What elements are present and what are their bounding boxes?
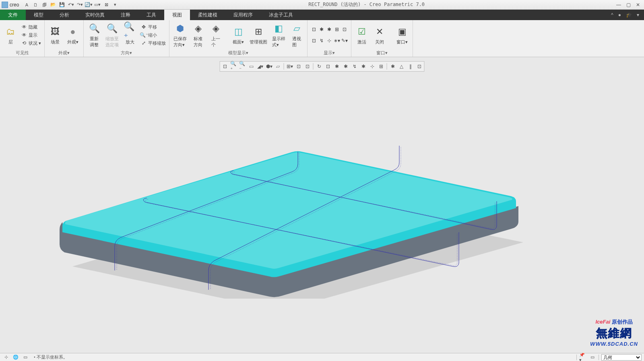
gt-d11-icon[interactable]: ⊡ [415, 62, 423, 70]
tab-model[interactable]: 模型 [26, 10, 52, 20]
activate-icon: ☑ [355, 25, 368, 38]
gt-d5-icon[interactable]: ✱ [359, 62, 367, 70]
qat-close-icon[interactable]: ⊠ [103, 1, 110, 8]
gt-annot-icon[interactable]: ⊡ [303, 62, 312, 70]
refit-button[interactable]: 🔍 重新 调整 [86, 21, 102, 49]
sb-browser-icon[interactable]: 🌐 [12, 354, 19, 361]
tab-annotate[interactable]: 注释 [113, 10, 138, 20]
zoom-in-button[interactable]: 🔍⁺ 放大 [122, 25, 138, 46]
activate-button[interactable]: ☑ 激活 [354, 25, 370, 46]
window-button[interactable]: ▣ 窗口▾ [394, 25, 410, 46]
qat-select-icon[interactable]: A [23, 1, 30, 8]
tab-live-sim[interactable]: 实时仿真 [77, 10, 113, 20]
gt-spin-icon[interactable]: ↻ [315, 62, 323, 70]
tab-applications[interactable]: 应用程序 [225, 10, 261, 20]
cube-saved-icon: ⬢ [174, 22, 187, 35]
appearance-button[interactable]: ● 外观▾ [65, 25, 81, 46]
show-btn-2[interactable]: ✱ [318, 26, 325, 33]
show-btn-9[interactable]: ∗▾ [334, 37, 340, 44]
refit-icon: 🔍 [88, 22, 101, 35]
qat-open-icon[interactable]: 📂 [50, 1, 57, 8]
gt-persp-icon[interactable]: ▱ [274, 62, 282, 70]
gt-d3-icon[interactable]: ✱ [342, 62, 350, 70]
gt-repaint-icon[interactable]: ▭ [248, 62, 256, 70]
previous-orient-button[interactable]: ◈ 上一 个 [208, 21, 224, 49]
manage-view-button[interactable]: ⊞ 管理视图 [248, 25, 269, 46]
pan-zoom-button[interactable]: ⤢平移缩放 [140, 39, 167, 47]
sb-tree-icon[interactable]: ⊹ [2, 354, 10, 361]
gt-zoom-out-icon[interactable]: 🔍⁻ [239, 62, 247, 70]
watermark: IceFai 原创作品 無維網 WWW.5DCAD.CN [590, 318, 638, 347]
qat-undo-icon[interactable]: ↶▾ [67, 1, 74, 8]
gt-datum-icon[interactable]: ⊡ [295, 62, 303, 70]
gt-d4-icon[interactable]: ↯ [351, 62, 359, 70]
minimize-button[interactable]: — [614, 1, 623, 8]
sb-filter-icon[interactable]: 📌▾ [579, 354, 586, 361]
tab-flexible[interactable]: 柔性建模 [190, 10, 225, 20]
show-btn-4[interactable]: ⊞ [334, 26, 340, 33]
qat-save-icon[interactable]: 💾 [58, 1, 66, 8]
sphere-icon: ● [66, 25, 79, 38]
show-btn-1[interactable]: ⊡ [311, 26, 317, 33]
gt-refit-icon[interactable]: ⊡ [221, 62, 229, 70]
show-btn-10[interactable]: ✎▾ [341, 37, 348, 44]
gt-d2-icon[interactable]: ✱ [333, 62, 341, 70]
zoom-to-button[interactable]: 🔍 缩放至 选定项 [104, 21, 120, 49]
gt-d10-icon[interactable]: ‖ [407, 62, 415, 70]
close-button[interactable]: ✕ [634, 1, 642, 8]
tab-analysis[interactable]: 分析 [52, 10, 77, 20]
ribbon-help1-icon[interactable]: ● [618, 12, 621, 18]
saved-orient-button[interactable]: ⬢ 已保存 方向▾ [172, 21, 188, 49]
gt-zoom-in-icon[interactable]: 🔍⁺ [230, 62, 238, 70]
qat-new-icon[interactable]: 🗋 [32, 1, 39, 8]
qat-redo-icon[interactable]: ↷▾ [76, 1, 83, 8]
gt-style-icon[interactable]: ◢▾ [256, 62, 264, 70]
qat-regen-icon[interactable]: 🔄▾ [85, 1, 92, 8]
ribbon-group-model-display: ⬢ 已保存 方向▾ ◈ 标准 方向 ◈ 上一 个 ◫ 截面▾ ⊞ 管理视图 ◧ [169, 20, 308, 57]
ribbon-group-show: ⊡✱✱⊞⊡ ⊡↯⊹∗▾✎▾ 显示▾ [308, 20, 351, 57]
gt-saved-icon[interactable]: ⬢▾ [265, 62, 273, 70]
show-btn-6[interactable]: ⊡ [311, 37, 317, 44]
sb-folder-icon[interactable]: ▭ [22, 354, 29, 361]
perspective-button[interactable]: ▱ 透视 图 [289, 21, 305, 49]
gt-d8-icon[interactable]: ✱ [389, 62, 397, 70]
sb-find-icon[interactable]: ▭ [589, 354, 596, 361]
show-btn-8[interactable]: ⊹ [326, 37, 332, 44]
pan-button[interactable]: ✥平移 [140, 23, 167, 31]
gt-d6-icon[interactable]: ⊹ [368, 62, 376, 70]
hide-button[interactable]: 👁隐藏 [20, 23, 42, 31]
tab-view[interactable]: 视图 [164, 10, 190, 20]
qat-windows-icon[interactable]: ▭▾ [94, 1, 101, 8]
tab-file[interactable]: 文件 [0, 10, 26, 20]
section-button[interactable]: ◫ 截面▾ [230, 25, 246, 46]
gt-d9-icon[interactable]: △ [398, 62, 406, 70]
qat-copy-icon[interactable]: 🗐 [41, 1, 48, 8]
maximize-button[interactable]: ▢ [624, 1, 633, 8]
status-message: • 不显示坐标系。 [34, 354, 68, 360]
display-style-button[interactable]: ◧ 显示样 式▾ [270, 21, 287, 49]
gt-d7-icon[interactable]: ⊞ [377, 62, 385, 70]
gt-view-icon[interactable]: ⊞▾ [286, 62, 294, 70]
ribbon-group-visibility: 🗂 层 👁隐藏 👁显示 ⟲状况▾ 可见性 [0, 20, 45, 57]
graphics-viewport[interactable]: ⊡ 🔍⁺ 🔍⁻ ▭ ◢▾ ⬢▾ ▱ ⊞▾ ⊡ ⊡ ↻ ⊡ ✱ ✱ ↯ ✱ ⊹ ⊞… [0, 57, 644, 353]
show-btn-7[interactable]: ↯ [318, 37, 325, 44]
ribbon-help3-icon[interactable]: ▾ [637, 12, 639, 18]
tab-tools[interactable]: 工具 [138, 10, 164, 20]
show-btn-5[interactable]: ⊡ [341, 26, 348, 33]
selection-filter-dropdown[interactable]: 几何 [601, 354, 642, 361]
gt-d1-icon[interactable]: ⊡ [324, 62, 332, 70]
zoom-out-button[interactable]: 🔍⁻缩小 [140, 31, 167, 39]
display-style-icon: ◧ [272, 22, 285, 35]
ribbon-group-window: ☑ 激活 ✕ 关闭 ▣ 窗口▾ 窗口▾ [351, 20, 413, 57]
layer-button[interactable]: 🗂 层 [2, 25, 19, 46]
close-win-button[interactable]: ✕ 关闭 [372, 25, 388, 46]
ribbon-help2-icon[interactable]: 🎓 [626, 12, 632, 18]
qat-customize-icon[interactable]: ▾ [111, 1, 119, 8]
ribbon-collapse-icon[interactable]: ^ [611, 12, 613, 18]
show-button[interactable]: 👁显示 [20, 31, 42, 39]
scene-button[interactable]: 🖼 场景 [47, 25, 63, 46]
standard-orient-button[interactable]: ◈ 标准 方向 [190, 21, 206, 49]
show-btn-3[interactable]: ✱ [326, 26, 332, 33]
status-button[interactable]: ⟲状况▾ [20, 39, 42, 47]
tab-icebox[interactable]: 冰盒子工具 [261, 10, 301, 20]
